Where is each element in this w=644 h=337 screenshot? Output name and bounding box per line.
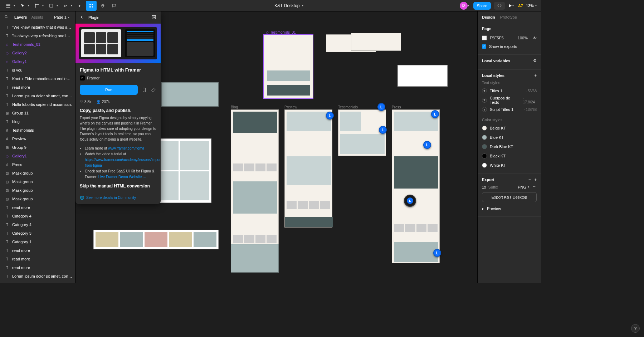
layer-item[interactable]: TClass aptent taciti sociosqu ad lito... (0, 280, 75, 283)
layer-item[interactable]: TCategory 4 (0, 212, 75, 220)
minus-icon[interactable]: − (528, 177, 531, 182)
export-settings-row[interactable]: 1x Suffix PNG▾ ⋯ (482, 185, 537, 189)
artboard-testimonials[interactable] (338, 109, 386, 156)
community-link[interactable]: 🌐 See more details in Community (80, 196, 156, 200)
text-tool-icon[interactable]: T (74, 1, 85, 11)
layer-item[interactable]: TLorem ipsum dolor sit amet, conse... (0, 92, 75, 100)
layer-item[interactable]: ◇Gallery1 (0, 57, 75, 66)
tab-layers[interactable]: Layers (14, 15, 27, 19)
artboard-footer[interactable] (231, 244, 279, 273)
avatar[interactable]: D (460, 2, 468, 10)
run-button[interactable]: Run (80, 85, 138, 95)
chevron-down-icon[interactable]: ▾ (302, 4, 305, 7)
layer-item[interactable]: #Testimonials (0, 126, 75, 135)
chevron-down-icon[interactable]: ▾ (71, 4, 74, 7)
settings-icon[interactable]: ⚙ (533, 58, 537, 63)
dev-mode-button[interactable] (494, 2, 505, 10)
more-icon[interactable]: ⋯ (533, 185, 537, 189)
layer-item[interactable]: TCategory 3 (0, 229, 75, 238)
layer-item[interactable]: TCategory 4 (0, 220, 75, 229)
bookmark-icon[interactable] (141, 87, 147, 93)
layer-item[interactable]: Tread more (0, 83, 75, 92)
show-exports-row[interactable]: ✓ Show in exports (482, 42, 537, 51)
local-variables-title[interactable]: Local variables ⚙ (482, 58, 537, 63)
color-style-item[interactable]: Black KT (482, 151, 537, 161)
artboard-1[interactable] (161, 82, 219, 107)
color-style-item[interactable]: Blue KT (482, 133, 537, 142)
comment-tool-icon[interactable] (109, 1, 119, 11)
layer-item[interactable]: T"We knew instantly that it was a v... (0, 23, 75, 31)
shape-tool-icon[interactable] (46, 1, 57, 11)
artboard-blog[interactable] (231, 109, 279, 263)
artboard-quote2[interactable] (351, 33, 401, 51)
plugin-author[interactable]: F Framer (80, 75, 156, 80)
zoom-control[interactable]: 13%▾ (526, 4, 538, 8)
text-style-item[interactable]: TTitles 1 · 56/68 (482, 86, 537, 96)
layer-item[interactable]: TLorem ipsum dolor sit amet, conse... (0, 272, 75, 280)
layer-item[interactable]: Tblog (0, 117, 75, 126)
layer-item[interactable]: ⊞Group 9 (0, 143, 75, 152)
layer-item[interactable]: ⊡Mask group (0, 186, 75, 195)
page-selector[interactable]: Page 1▾ (54, 15, 71, 19)
page-background-row[interactable]: F5F5F5 100% 👁 (482, 34, 537, 42)
plugin-link[interactable]: Live Framer Demo Website → (98, 175, 146, 179)
link-icon[interactable] (151, 87, 156, 93)
layer-item[interactable]: Tis you (0, 66, 75, 74)
checkbox-icon[interactable]: ✓ (482, 44, 486, 49)
plugin-link[interactable]: www.framer.com/figma (108, 146, 144, 150)
layer-item[interactable]: #Preview (0, 135, 75, 143)
artboard-strip[interactable] (93, 230, 219, 249)
pen-tool-icon[interactable] (60, 1, 71, 11)
layer-item[interactable]: TCategory 1 (0, 238, 75, 246)
artboard-testimonials-01[interactable] (263, 34, 313, 99)
move-tool-icon[interactable] (17, 1, 28, 11)
layer-item[interactable]: Tread more (0, 246, 75, 255)
share-button[interactable]: Share (473, 2, 491, 10)
chevron-down-icon[interactable]: ▾ (42, 4, 45, 7)
export-preview-row[interactable]: ▸ Preview (482, 204, 537, 213)
layer-item[interactable]: Tread more (0, 255, 75, 263)
layer-item[interactable]: ⊡Mask group (0, 177, 75, 186)
layer-item[interactable]: TKnot + Tide embodies an endless... (0, 74, 75, 83)
export-button[interactable]: Export K&T Desktop (482, 192, 537, 202)
artboard-preview[interactable] (284, 109, 332, 228)
search-icon[interactable] (4, 15, 9, 20)
chevron-down-icon[interactable]: ▾ (14, 4, 16, 7)
back-icon[interactable] (80, 15, 84, 20)
color-swatch[interactable] (482, 35, 487, 40)
file-title[interactable]: K&T Desktop ▾ (119, 3, 460, 8)
notifications-badge[interactable]: A7 (518, 4, 523, 8)
layer-item[interactable]: #Press (0, 160, 75, 169)
frame-label-selected[interactable]: ◇ Testimonials_01 (266, 30, 296, 34)
layer-item[interactable]: ◇Gallery2 (0, 49, 75, 57)
layer-item[interactable]: ⊡Mask group (0, 195, 75, 203)
layer-item[interactable]: ⊡Mask group (0, 169, 75, 177)
color-style-item[interactable]: Beige KT (482, 123, 537, 133)
layer-item[interactable]: ◇Gallery1 (0, 152, 75, 160)
tab-assets[interactable]: Assets (31, 15, 43, 19)
color-style-item[interactable]: Dark Blue KT (482, 142, 537, 151)
canvas[interactable]: ◇ Testimonials_01 Blog Preview Testimoni… (75, 11, 477, 283)
color-style-item[interactable]: White KT (482, 161, 537, 170)
tab-prototype[interactable]: Prototype (500, 15, 517, 19)
tab-design[interactable]: Design (482, 15, 495, 19)
artboard-press[interactable] (392, 109, 440, 263)
plus-icon[interactable]: + (535, 177, 537, 182)
layer-item[interactable]: Tread more (0, 263, 75, 272)
layer-item[interactable]: ◇Testimonials_01 (0, 40, 75, 49)
layer-item[interactable]: T"is always very refreshing and insp... (0, 31, 75, 40)
chevron-down-icon[interactable]: ▾ (28, 4, 31, 7)
artboard-press-hero[interactable] (397, 65, 448, 87)
plus-icon[interactable]: + (535, 73, 537, 78)
eye-icon[interactable]: 👁 (533, 36, 537, 40)
chevron-down-icon[interactable]: ▾ (468, 4, 470, 7)
present-button[interactable]: ▾ (508, 4, 515, 8)
layer-item[interactable]: ⊞Group 11 (0, 109, 75, 117)
resources-tool-icon[interactable] (86, 1, 97, 11)
layer-item[interactable]: Tread more (0, 203, 75, 212)
text-style-item[interactable]: TScript Titles 1 · 138/68 (482, 105, 537, 114)
layer-item[interactable]: TNulla lobortis sapien id accumsan. (0, 100, 75, 109)
chevron-down-icon[interactable]: ▾ (57, 4, 59, 7)
frame-tool-icon[interactable] (31, 1, 42, 11)
menu-tool-icon[interactable] (3, 1, 14, 11)
